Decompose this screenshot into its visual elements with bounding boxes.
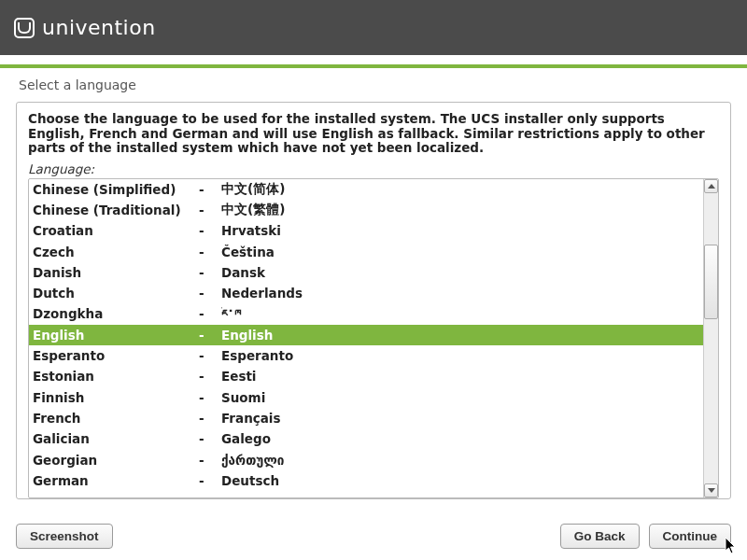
- language-name: Chinese (Traditional): [33, 203, 199, 217]
- language-native: 中文(简体): [221, 181, 703, 198]
- language-native: Suomi: [221, 390, 703, 405]
- language-list[interactable]: Chinese (Simplified)-中文(简体)Chinese (Trad…: [29, 179, 703, 497]
- language-option[interactable]: Esperanto-Esperanto: [29, 345, 703, 366]
- separator: -: [199, 390, 221, 405]
- separator: -: [199, 348, 221, 363]
- language-option[interactable]: Danish-Dansk: [29, 262, 703, 283]
- scroll-down-button[interactable]: [704, 483, 718, 497]
- language-native: ქართული: [221, 453, 703, 468]
- language-option[interactable]: English-English: [29, 325, 703, 345]
- separator: -: [199, 182, 221, 197]
- scroll-up-button[interactable]: [704, 179, 718, 193]
- language-option[interactable]: Estonian-Eesti: [29, 366, 703, 386]
- screenshot-button[interactable]: Screenshot: [16, 524, 113, 549]
- language-native: Galego: [221, 431, 703, 446]
- language-name: Esperanto: [33, 348, 199, 363]
- language-name: German: [33, 473, 199, 488]
- language-option[interactable]: Czech-Čeština: [29, 241, 703, 261]
- univention-logo-icon: [14, 18, 35, 38]
- language-name: Dzongkha: [33, 306, 199, 321]
- separator: -: [199, 328, 221, 343]
- separator: -: [199, 203, 221, 217]
- continue-button[interactable]: Continue: [649, 524, 732, 549]
- separator: -: [199, 453, 221, 468]
- language-native: Français: [221, 411, 703, 426]
- footer-bar: Screenshot Go Back Continue: [16, 524, 731, 549]
- separator: -: [199, 286, 221, 301]
- language-option[interactable]: Dutch-Nederlands: [29, 283, 703, 303]
- separator: -: [199, 411, 221, 426]
- content-frame: Choose the language to be used for the i…: [16, 102, 731, 499]
- page-title: Select a language: [0, 68, 747, 100]
- separator: -: [199, 223, 221, 238]
- language-option[interactable]: Georgian-ქართული: [29, 449, 703, 469]
- separator: -: [199, 473, 221, 488]
- language-option[interactable]: Chinese (Simplified)-中文(简体): [29, 179, 703, 200]
- language-name: Chinese (Simplified): [33, 182, 199, 197]
- language-name: Czech: [33, 245, 199, 259]
- language-name: Estonian: [33, 369, 199, 384]
- language-option[interactable]: Finnish-Suomi: [29, 387, 703, 408]
- language-field-label: Language:: [28, 161, 719, 176]
- language-name: French: [33, 411, 199, 426]
- separator: -: [199, 245, 221, 259]
- scroll-thumb[interactable]: [704, 245, 718, 319]
- language-native: Deutsch: [221, 473, 703, 488]
- separator: -: [199, 265, 221, 280]
- language-native: Dansk: [221, 265, 703, 280]
- language-list-container: Chinese (Simplified)-中文(简体)Chinese (Trad…: [28, 178, 719, 498]
- language-option[interactable]: Dzongkha-ཇོ་ཁ: [29, 303, 703, 324]
- language-option[interactable]: Galician-Galego: [29, 428, 703, 449]
- language-native: Hrvatski: [221, 223, 703, 238]
- language-native: Eesti: [221, 369, 703, 384]
- language-name: Danish: [33, 265, 199, 280]
- language-name: English: [33, 328, 199, 343]
- language-native: ཇོ་ཁ: [221, 306, 703, 321]
- language-option[interactable]: German-Deutsch: [29, 470, 703, 491]
- language-native: Nederlands: [221, 286, 703, 301]
- language-name: Dutch: [33, 286, 199, 301]
- brand-name: univention: [42, 16, 156, 39]
- separator: -: [199, 431, 221, 446]
- language-native: 中文(繁體): [221, 202, 703, 218]
- language-option[interactable]: Croatian-Hrvatski: [29, 220, 703, 241]
- language-name: Georgian: [33, 453, 199, 468]
- language-name: Croatian: [33, 223, 199, 238]
- language-option[interactable]: Chinese (Traditional)-中文(繁體): [29, 200, 703, 220]
- separator: -: [199, 369, 221, 384]
- header-bar: univention: [0, 0, 747, 55]
- language-native: English: [221, 328, 703, 343]
- language-name: Galician: [33, 431, 199, 446]
- language-native: Esperanto: [221, 348, 703, 363]
- language-option[interactable]: French-Français: [29, 408, 703, 428]
- separator: -: [199, 306, 221, 321]
- go-back-button[interactable]: Go Back: [560, 524, 640, 549]
- scrollbar[interactable]: [703, 179, 718, 497]
- language-native: Čeština: [221, 245, 703, 259]
- language-name: Finnish: [33, 390, 199, 405]
- instructions-text: Choose the language to be used for the i…: [28, 112, 719, 156]
